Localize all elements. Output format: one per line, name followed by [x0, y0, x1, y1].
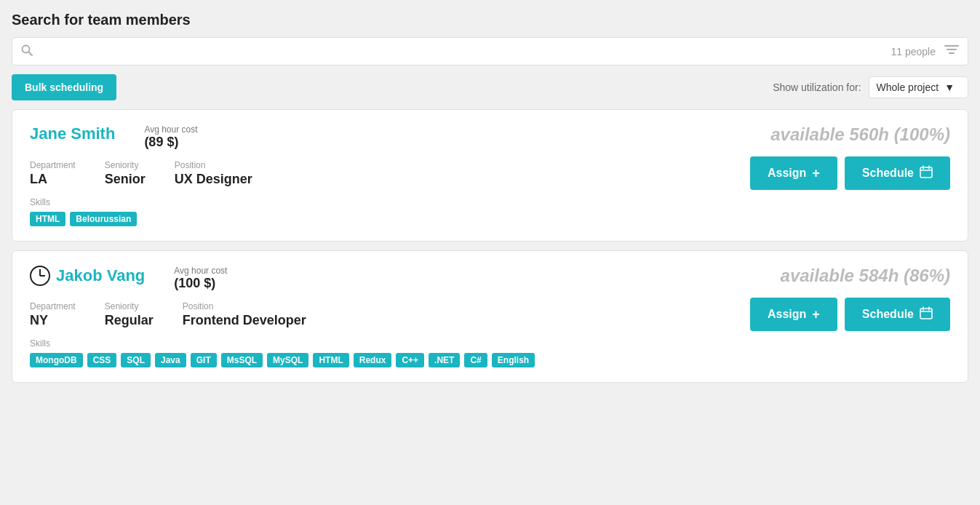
- member-card-jakob-vang: Jakob Vang Avg hour cost (100 $) Departm…: [12, 250, 968, 383]
- assign-button[interactable]: Assign +: [750, 298, 837, 331]
- position-block: Position Frontend Developer: [183, 301, 306, 328]
- skill-tag: SQL: [121, 353, 151, 367]
- search-bar: 11 people: [12, 37, 968, 65]
- utilization-select-value: Whole project: [877, 81, 939, 93]
- search-icon: [21, 44, 33, 59]
- page-title: Search for team members: [12, 12, 968, 28]
- position-value: UX Designer: [175, 172, 252, 187]
- position-label: Position: [183, 301, 306, 311]
- seniority-block: Seniority Senior: [105, 160, 146, 187]
- svg-rect-9: [920, 309, 932, 319]
- people-count: 11 people: [891, 46, 936, 57]
- skills-list: HTMLBelourussian: [30, 212, 691, 226]
- action-buttons: Assign + Schedule: [750, 156, 950, 190]
- utilization-section: Show utilization for: Whole project ▼: [773, 76, 968, 98]
- skill-tag: Belourussian: [70, 212, 137, 226]
- skill-tag: MsSQL: [221, 353, 263, 367]
- filter-icon[interactable]: [944, 44, 959, 59]
- bulk-scheduling-button[interactable]: Bulk scheduling: [12, 74, 116, 100]
- member-header: Jane Smith Avg hour cost (89 $): [30, 124, 691, 150]
- skill-tag: .NET: [429, 353, 460, 367]
- avg-cost-value: (100 $): [174, 276, 227, 291]
- member-details: Department NY Seniority Regular Position…: [30, 301, 691, 328]
- schedule-label: Schedule: [862, 308, 914, 321]
- utilization-select[interactable]: Whole project ▼: [869, 76, 968, 98]
- action-buttons: Assign + Schedule: [750, 298, 950, 331]
- skill-tag: MongoDB: [30, 353, 83, 367]
- skills-section: Skills HTMLBelourussian: [30, 197, 691, 226]
- seniority-label: Seniority: [105, 301, 154, 311]
- avg-cost-value: (89 $): [144, 135, 197, 150]
- utilization-label: Show utilization for:: [773, 81, 861, 93]
- availability-text: available 560h (100%): [770, 124, 950, 145]
- skills-label: Skills: [30, 338, 691, 349]
- member-info: Jakob Vang Avg hour cost (100 $) Departm…: [30, 266, 691, 367]
- department-value: NY: [30, 313, 76, 328]
- department-block: Department NY: [30, 301, 76, 328]
- search-input[interactable]: [39, 46, 891, 57]
- seniority-label: Seniority: [105, 160, 146, 170]
- member-actions: available 584h (86%) Assign + Schedule: [703, 266, 950, 331]
- position-block: Position UX Designer: [175, 160, 252, 187]
- skill-tag: C++: [396, 353, 424, 367]
- calendar-icon: [920, 165, 933, 181]
- department-value: LA: [30, 172, 76, 187]
- skill-tag: Java: [155, 353, 186, 367]
- member-actions: available 560h (100%) Assign + Schedule: [703, 124, 950, 190]
- member-name: Jakob Vang: [30, 266, 145, 286]
- skill-tag: English: [492, 353, 535, 367]
- plus-icon: +: [812, 307, 820, 322]
- avg-cost-label: Avg hour cost: [144, 124, 197, 135]
- schedule-button[interactable]: Schedule: [845, 156, 950, 190]
- assign-button[interactable]: Assign +: [750, 156, 837, 190]
- toolbar: Bulk scheduling Show utilization for: Wh…: [12, 74, 968, 100]
- skill-tag: HTML: [30, 212, 65, 226]
- member-info: Jane Smith Avg hour cost (89 $) Departme…: [30, 124, 691, 226]
- schedule-label: Schedule: [862, 167, 914, 180]
- seniority-block: Seniority Regular: [105, 301, 154, 328]
- assign-label: Assign: [768, 308, 806, 321]
- skill-tag: CSS: [87, 353, 117, 367]
- skills-label: Skills: [30, 197, 691, 207]
- member-details: Department LA Seniority Senior Position …: [30, 160, 691, 187]
- seniority-value: Senior: [105, 172, 146, 187]
- availability-text: available 584h (86%): [781, 266, 950, 286]
- member-card-jane-smith: Jane Smith Avg hour cost (89 $) Departme…: [12, 109, 968, 242]
- member-name-text: Jane Smith: [30, 124, 115, 143]
- skill-tag: HTML: [313, 353, 348, 367]
- schedule-button[interactable]: Schedule: [845, 298, 950, 331]
- member-header: Jakob Vang Avg hour cost (100 $): [30, 266, 691, 291]
- assign-label: Assign: [768, 167, 806, 180]
- members-list: Jane Smith Avg hour cost (89 $) Departme…: [12, 109, 968, 383]
- member-name-text: Jakob Vang: [56, 266, 145, 285]
- avg-cost: Avg hour cost (89 $): [144, 124, 197, 150]
- position-label: Position: [175, 160, 252, 170]
- skill-tag: MySQL: [267, 353, 308, 367]
- clock-icon: [30, 266, 50, 286]
- calendar-icon: [920, 306, 933, 322]
- plus-icon: +: [812, 166, 820, 181]
- skill-tag: Redux: [354, 353, 392, 367]
- member-name: Jane Smith: [30, 124, 115, 143]
- avg-cost: Avg hour cost (100 $): [174, 266, 227, 291]
- svg-line-1: [29, 52, 33, 55]
- department-block: Department LA: [30, 160, 76, 187]
- department-label: Department: [30, 160, 76, 170]
- position-value: Frontend Developer: [183, 313, 306, 328]
- skills-list: MongoDBCSSSQLJavaGITMsSQLMySQLHTMLReduxC…: [30, 353, 691, 367]
- chevron-down-icon: ▼: [944, 81, 955, 93]
- avg-cost-label: Avg hour cost: [174, 266, 227, 276]
- skill-tag: C#: [464, 353, 487, 367]
- skill-tag: GIT: [191, 353, 217, 367]
- skills-section: Skills MongoDBCSSSQLJavaGITMsSQLMySQLHTM…: [30, 338, 691, 367]
- svg-rect-5: [920, 167, 932, 178]
- seniority-value: Regular: [105, 313, 154, 328]
- department-label: Department: [30, 301, 76, 311]
